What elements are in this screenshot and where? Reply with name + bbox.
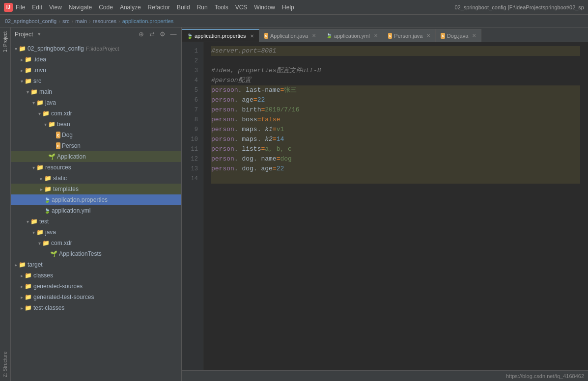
tree-item-idea[interactable]: 📁 .idea [11,54,181,65]
project-tab[interactable]: 1: Project [1,29,9,54]
tab-appyml-close[interactable]: ✕ [374,33,378,38]
breadcrumb-sep2: › [72,18,74,24]
templates-folder-icon: 📁 [44,186,52,192]
tree-item-test-comxdr[interactable]: 📁 com.xdr [11,238,181,248]
tab-appjava[interactable]: c Application.java ✕ [259,29,322,42]
line11-prop: lists [238,144,261,154]
comxdr-label: com.xdr [51,110,72,117]
tree-item-gensrc[interactable]: 📁 generated-sources [11,281,181,292]
breadcrumb-file[interactable]: application.properties [122,18,174,24]
tree-item-test-java[interactable]: 📁 java [11,227,181,238]
menu-run[interactable]: Run [197,4,208,11]
tab-person-close[interactable]: ✕ [426,33,430,38]
menu-navigate[interactable]: Navigate [69,4,92,11]
test-comxdr-label: com.xdr [51,240,72,246]
menu-code[interactable]: Code [99,4,113,11]
menu-view[interactable]: View [49,4,62,11]
appprops-label: application.properties [52,196,108,203]
structure-tab[interactable]: Z: Structure [1,350,9,379]
templates-label: templates [53,186,79,192]
tree-item-application[interactable]: 🌱 Application [11,151,181,162]
line6-val: 22 [257,95,265,105]
tree-item-appyml[interactable]: 🍃 application.yml [11,205,181,216]
menu-vcs[interactable]: VCS [235,4,248,11]
line6-dot: . [234,95,238,105]
tree-item-src[interactable]: 📁 src [11,76,181,86]
breadcrumb-project[interactable]: 02_springboot_config [5,18,56,24]
line6-key: person [211,95,234,105]
minimize-panel-icon[interactable]: — [169,30,177,38]
person-java-icon: c [56,142,60,149]
code-editor: 1 2 3 4 5 6 7 8 9 10 11 12 13 14 #server… [182,42,588,370]
code-line-7: person. birth=2019/7/16 [211,105,580,115]
arrow-src [19,79,25,84]
tree-item-comxdr[interactable]: 📁 com.xdr [11,108,181,119]
locate-icon[interactable]: ⊕ [137,30,145,38]
line-num-6: 6 [182,95,198,105]
tree-item-mvn[interactable]: 📁 .mvn [11,65,181,76]
settings-icon[interactable]: ⚙ [159,30,167,38]
tree-item-bean[interactable]: 📁 bean [11,119,181,130]
menu-refactor[interactable]: Refactor [148,4,170,11]
menu-file[interactable]: File [16,4,25,11]
tab-dog-icon: c [441,33,445,39]
menu-window[interactable]: Window [254,4,275,11]
main-folder-icon: 📁 [30,88,38,95]
tab-dog[interactable]: c Dog.java ✕ [436,29,481,42]
tab-appyml[interactable]: 🍃 application.yml ✕ [321,29,383,42]
tree-item-gentestsrc[interactable]: 📁 generated-test-sources [11,292,181,302]
tree-item-resources[interactable]: 📁 resources [11,162,181,173]
breadcrumb-resources[interactable]: resources [93,18,116,24]
tab-person[interactable]: c Person.java ✕ [383,29,436,42]
testclasses-label: test-classes [33,304,64,311]
code-line-4: #person配置 [211,76,580,85]
tree-item-person[interactable]: c Person [11,140,181,151]
main-layout: 1: Project Z: Structure Project ▾ ⊕ ⇄ ⚙ … [0,27,588,381]
apptests-icon: 🌱 [50,250,57,257]
tree-item-apptests[interactable]: 🌱 ApplicationTests [11,248,181,259]
breadcrumb-sep1: › [58,18,60,24]
tree-item-test[interactable]: 📁 test [11,216,181,227]
tab-appjava-close[interactable]: ✕ [312,33,316,38]
line-num-12: 12 [182,154,198,164]
line13-prop: dog. age [238,164,273,174]
menu-analyze[interactable]: Analyze [120,4,141,11]
menu-tools[interactable]: Tools [215,4,228,11]
line5-prop: last-name [242,85,280,95]
project-dropdown[interactable]: ▾ [38,31,41,37]
code-content[interactable]: #server.port=8081 #idea, properties配置文件u… [203,42,588,370]
expand-icon[interactable]: ⇄ [148,30,156,38]
breadcrumb-main[interactable]: main [75,18,87,24]
tree-item-templates[interactable]: 📁 templates [11,184,181,194]
arrow-idea [19,57,25,62]
line-num-10: 10 [182,135,198,144]
tree-item-main[interactable]: 📁 main [11,86,181,97]
arrow-test-java [30,230,36,235]
tab-appprops-close[interactable]: ✕ [250,33,254,39]
line13-eq: = [273,164,277,174]
tree-item-java[interactable]: 📁 java [11,97,181,108]
tree-item-root[interactable]: 📁 02_springboot_config F:\ideaProject [11,43,181,54]
tab-dog-close[interactable]: ✕ [472,33,476,38]
line-num-3: 3 [182,66,198,76]
line11-val: a, b, c [265,144,292,154]
menu-build[interactable]: Build [177,4,190,11]
tree-item-dog[interactable]: c Dog [11,130,181,140]
tree-item-testclasses[interactable]: 📁 test-classes [11,302,181,313]
code-line-12: person. dog. name=dog [211,154,580,164]
line-num-1: 1 [182,46,198,56]
tab-appprops[interactable]: 🍃 application.properties ✕ [182,29,259,42]
line-num-13: 13 [182,164,198,174]
breadcrumb-src[interactable]: src [62,18,70,24]
line12-prop: dog. name [238,154,277,164]
application-spring-icon: 🌱 [48,153,56,160]
tree-item-classes[interactable]: 📁 classes [11,270,181,281]
line7-dot: . [234,105,238,115]
menu-help[interactable]: Help [282,4,294,11]
menu-edit[interactable]: Edit [32,4,42,11]
tree-item-appprops[interactable]: 🍃 application.properties [11,194,181,205]
left-edge-panel: 1: Project Z: Structure [0,27,11,381]
line7-val: 2019/7/16 [265,105,299,115]
tree-item-target[interactable]: 📁 target [11,259,181,270]
tree-item-static[interactable]: 📁 static [11,173,181,184]
